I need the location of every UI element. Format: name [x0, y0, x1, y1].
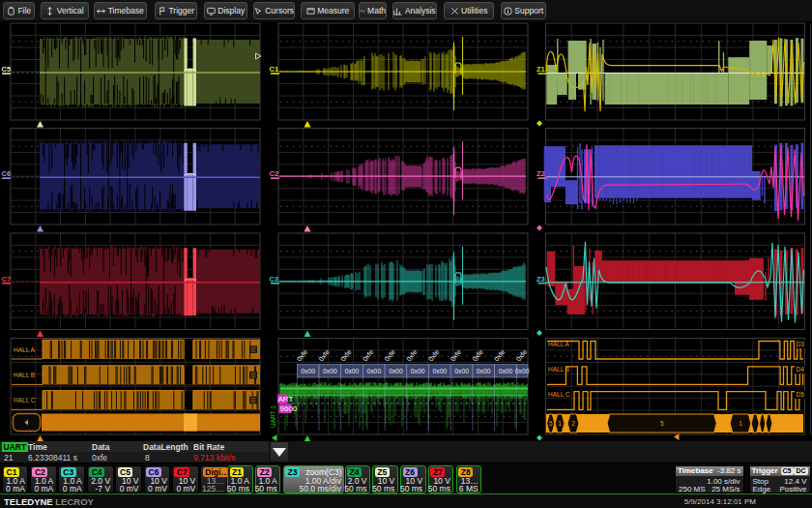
svg-text:ART: ART	[278, 395, 294, 403]
svg-text:C1: C1	[270, 65, 279, 74]
svg-text:C5: C5	[2, 65, 12, 74]
svg-text:C2: C2	[270, 169, 279, 178]
svg-text:0x00: 0x00	[389, 368, 403, 374]
svg-text:D4: D4	[797, 366, 805, 373]
svg-text:0x00: 0x00	[499, 368, 513, 374]
svg-text:Z1: Z1	[536, 65, 545, 74]
svg-text:0x00: 0x00	[366, 368, 381, 374]
svg-text:HALL C: HALL C	[548, 391, 570, 398]
svg-text:HALL A: HALL A	[14, 346, 35, 353]
svg-text:HALL C: HALL C	[14, 397, 36, 403]
svg-text:UART 1: UART 1	[270, 405, 276, 428]
svg-text:HALL A: HALL A	[548, 341, 569, 347]
svg-text:0x00: 0x00	[515, 368, 530, 374]
svg-text:0x00: 0x00	[433, 368, 448, 374]
svg-text:Z2: Z2	[536, 169, 545, 178]
svg-text:C3: C3	[270, 275, 279, 284]
svg-text:0x00: 0x00	[323, 368, 337, 374]
svg-text:0x00: 0x00	[301, 368, 315, 374]
svg-text:5: 5	[660, 420, 664, 427]
svg-text:HALL B: HALL B	[14, 372, 35, 378]
svg-text:2: 2	[571, 420, 575, 427]
svg-text:0x00: 0x00	[411, 368, 425, 374]
svg-text:C7: C7	[2, 275, 12, 284]
svg-text:1: 1	[558, 420, 562, 427]
svg-text:5: 5	[549, 420, 553, 427]
svg-text:HALL B: HALL B	[548, 366, 569, 373]
svg-text:D3: D3	[797, 341, 805, 347]
svg-text:9600: 9600	[280, 404, 298, 413]
svg-text:0x00: 0x00	[454, 368, 469, 374]
svg-text:D5: D5	[797, 391, 805, 398]
svg-text:Z3: Z3	[536, 275, 545, 284]
svg-text:1: 1	[739, 420, 742, 427]
svg-text:0x00: 0x00	[345, 368, 360, 374]
svg-text:C6: C6	[2, 169, 12, 178]
svg-text:0x00: 0x00	[477, 368, 491, 374]
